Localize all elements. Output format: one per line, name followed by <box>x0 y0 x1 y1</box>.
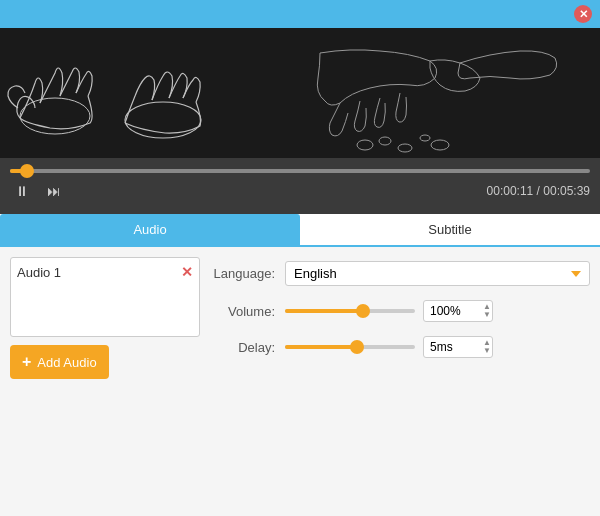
delay-thumb[interactable] <box>350 340 364 354</box>
controls-row: ⏸ ⏭ 00:00:11 / 00:05:39 <box>10 179 590 203</box>
delay-slider[interactable] <box>285 337 415 357</box>
delay-field-row: Delay: ▲ ▼ <box>210 336 590 358</box>
audio-item: Audio 1 ✕ <box>17 264 193 280</box>
volume-label: Volume: <box>210 304 275 319</box>
main-content: Audio Subtitle Audio 1 ✕ + Add Audio <box>0 214 600 516</box>
tab-subtitle[interactable]: Subtitle <box>300 214 600 245</box>
volume-arrows: ▲ ▼ <box>483 300 491 322</box>
volume-down-arrow[interactable]: ▼ <box>483 311 491 319</box>
progress-track[interactable] <box>10 169 590 173</box>
audio-item-remove-button[interactable]: ✕ <box>181 264 193 280</box>
delay-arrows: ▲ ▼ <box>483 336 491 358</box>
progress-row[interactable] <box>10 169 590 173</box>
time-display: 00:00:11 / 00:05:39 <box>487 184 590 198</box>
language-label: Language: <box>210 266 275 281</box>
delay-down-arrow[interactable]: ▼ <box>483 347 491 355</box>
delay-control: ▲ ▼ <box>285 336 590 358</box>
volume-track[interactable] <box>285 309 415 313</box>
volume-spinner[interactable]: ▲ ▼ <box>423 300 493 322</box>
playback-controls: ⏸ ⏭ <box>10 179 66 203</box>
volume-slider[interactable] <box>285 301 415 321</box>
tab-content: Audio 1 ✕ + Add Audio Language: English … <box>0 247 600 516</box>
close-button[interactable]: ✕ <box>574 5 592 23</box>
delay-track[interactable] <box>285 345 415 349</box>
volume-field-row: Volume: ▲ ▼ <box>210 300 590 322</box>
tabs-row: Audio Subtitle <box>0 214 600 247</box>
video-area <box>0 28 600 158</box>
play-pause-button[interactable]: ⏸ <box>10 179 34 203</box>
audio-list: Audio 1 ✕ <box>10 257 200 337</box>
delay-fill <box>285 345 357 349</box>
title-bar: ✕ <box>0 0 600 28</box>
language-field-row: Language: English French Spanish German … <box>210 261 590 286</box>
controls-bar: ⏸ ⏭ 00:00:11 / 00:05:39 <box>0 158 600 214</box>
left-panel: Audio 1 ✕ + Add Audio <box>10 257 200 506</box>
right-panel: Language: English French Spanish German … <box>210 257 590 506</box>
video-preview <box>0 28 600 158</box>
add-audio-button[interactable]: + Add Audio <box>10 345 109 379</box>
delay-label: Delay: <box>210 340 275 355</box>
tab-audio[interactable]: Audio <box>0 214 300 245</box>
volume-thumb[interactable] <box>356 304 370 318</box>
volume-fill <box>285 309 363 313</box>
next-button[interactable]: ⏭ <box>42 179 66 203</box>
language-select[interactable]: English French Spanish German Italian <box>285 261 590 286</box>
delay-spinner[interactable]: ▲ ▼ <box>423 336 493 358</box>
add-icon: + <box>22 353 31 371</box>
volume-control: ▲ ▼ <box>285 300 590 322</box>
language-control: English French Spanish German Italian <box>285 261 590 286</box>
progress-thumb[interactable] <box>20 164 34 178</box>
